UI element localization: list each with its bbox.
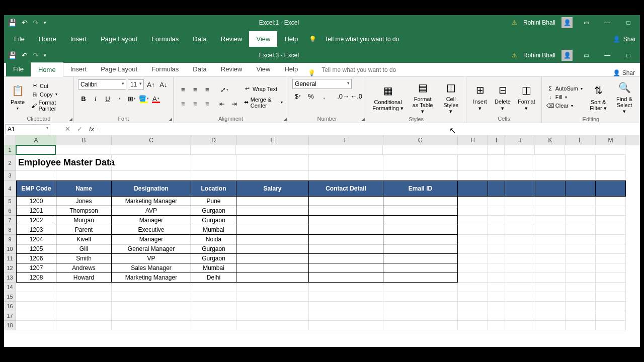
cell[interactable] — [236, 225, 309, 235]
name-box[interactable]: A1 — [5, 124, 50, 134]
cell[interactable] — [309, 244, 383, 254]
align-center-icon[interactable]: ≡ — [190, 99, 201, 110]
cell[interactable] — [596, 171, 626, 180]
cell[interactable] — [112, 171, 191, 180]
cell[interactable] — [566, 244, 596, 254]
cell[interactable] — [112, 155, 191, 171]
cell[interactable]: Jones — [56, 197, 112, 206]
cell[interactable] — [505, 145, 535, 155]
col-header-E[interactable]: E — [236, 135, 309, 145]
cell[interactable]: Kivell — [56, 235, 112, 244]
cell[interactable] — [309, 302, 383, 311]
cell[interactable]: 1200 — [16, 197, 56, 206]
cell[interactable] — [383, 292, 458, 302]
cell[interactable]: Delhi — [191, 273, 236, 283]
cell[interactable]: Mumbai — [191, 263, 236, 273]
row-header[interactable]: 1 — [4, 145, 16, 155]
cell[interactable]: Noida — [191, 235, 236, 244]
cell[interactable] — [236, 145, 308, 155]
cell[interactable] — [488, 197, 505, 206]
col-header-J[interactable]: J — [505, 135, 535, 145]
cell[interactable]: Gurgaon — [191, 254, 236, 263]
cell[interactable]: Designation — [112, 180, 191, 197]
fill-button[interactable]: ↓Fill▾ — [546, 93, 584, 101]
cell[interactable] — [566, 235, 596, 244]
cell[interactable] — [309, 216, 383, 225]
number-format-select[interactable]: General — [292, 79, 352, 89]
cell[interactable] — [458, 235, 488, 244]
cell[interactable]: Gill — [56, 244, 112, 254]
autosum-button[interactable]: ΣAutoSum▾ — [546, 84, 584, 93]
cell[interactable] — [309, 235, 383, 244]
cell[interactable] — [56, 311, 112, 321]
cell[interactable]: Name — [56, 180, 112, 197]
conditional-formatting-button[interactable]: ▦Conditional Formatting ▾ — [370, 82, 406, 112]
cell[interactable] — [488, 302, 505, 311]
cell[interactable] — [595, 145, 625, 155]
tab-data[interactable]: Data — [186, 31, 213, 47]
cell[interactable] — [236, 302, 309, 311]
cell[interactable] — [191, 311, 236, 321]
cell[interactable] — [236, 292, 309, 302]
cell[interactable] — [458, 197, 488, 206]
dialog-launcher-icon[interactable]: ◢ — [283, 117, 287, 122]
tab-review[interactable]: Review — [214, 31, 250, 47]
cell[interactable] — [535, 302, 566, 311]
cell[interactable] — [505, 235, 535, 244]
tellme-input[interactable]: Tell me what you want to do — [325, 36, 611, 43]
row-header[interactable]: 8 — [4, 225, 16, 235]
select-all-corner[interactable] — [4, 135, 16, 145]
cell[interactable] — [458, 292, 488, 302]
row-header[interactable]: 5 — [4, 197, 16, 206]
comma-format-icon[interactable]: , — [318, 90, 330, 102]
cell[interactable] — [596, 216, 626, 225]
cell[interactable] — [309, 273, 383, 283]
avatar[interactable]: 👤 — [561, 17, 573, 28]
cell[interactable] — [383, 206, 458, 216]
cell[interactable] — [191, 283, 236, 292]
row-header[interactable]: 4 — [4, 180, 16, 197]
cell[interactable] — [56, 171, 112, 180]
cell[interactable] — [16, 311, 56, 321]
share-button[interactable]: Shar — [622, 69, 635, 76]
row-header[interactable]: 11 — [4, 254, 16, 263]
cell[interactable] — [309, 155, 383, 171]
minimize-icon[interactable]: — — [600, 17, 615, 29]
cell[interactable] — [488, 273, 505, 283]
cell[interactable] — [535, 235, 566, 244]
cell[interactable] — [535, 225, 566, 235]
orientation-icon[interactable]: ⤢ — [219, 84, 230, 96]
cell[interactable] — [191, 171, 236, 180]
cell[interactable] — [566, 155, 596, 171]
cell[interactable] — [596, 155, 626, 171]
cell[interactable]: 1201 — [16, 206, 56, 216]
format-painter-button[interactable]: 🖌Format Painter — [30, 99, 69, 112]
cell[interactable] — [458, 225, 488, 235]
cell[interactable] — [596, 292, 626, 302]
copy-button[interactable]: ⎘Copy▾ — [30, 90, 69, 99]
avatar[interactable]: 👤 — [561, 50, 573, 61]
tab-data[interactable]: Data — [186, 62, 213, 76]
cell[interactable] — [383, 197, 458, 206]
cell[interactable] — [309, 311, 383, 321]
redo-icon[interactable]: ↷ — [33, 51, 39, 59]
cell[interactable] — [505, 197, 535, 206]
cell[interactable] — [112, 321, 191, 330]
cell[interactable] — [309, 197, 383, 206]
col-header-B[interactable]: B — [56, 135, 112, 145]
cell[interactable]: AVP — [112, 206, 191, 216]
tab-view[interactable]: View — [249, 62, 277, 76]
cell[interactable] — [383, 171, 458, 180]
cell[interactable]: Pune — [191, 197, 236, 206]
cell[interactable] — [111, 145, 191, 155]
cell[interactable] — [535, 197, 566, 206]
cell[interactable]: Thompson — [56, 206, 112, 216]
cell[interactable] — [309, 171, 383, 180]
cell[interactable] — [488, 263, 505, 273]
cell[interactable] — [458, 206, 488, 216]
decrease-decimal-icon[interactable]: ←.0 — [351, 90, 362, 102]
row-header[interactable]: 6 — [4, 206, 16, 216]
cell[interactable] — [535, 321, 566, 330]
cell[interactable] — [596, 254, 626, 263]
col-header-A[interactable]: A — [16, 135, 56, 145]
